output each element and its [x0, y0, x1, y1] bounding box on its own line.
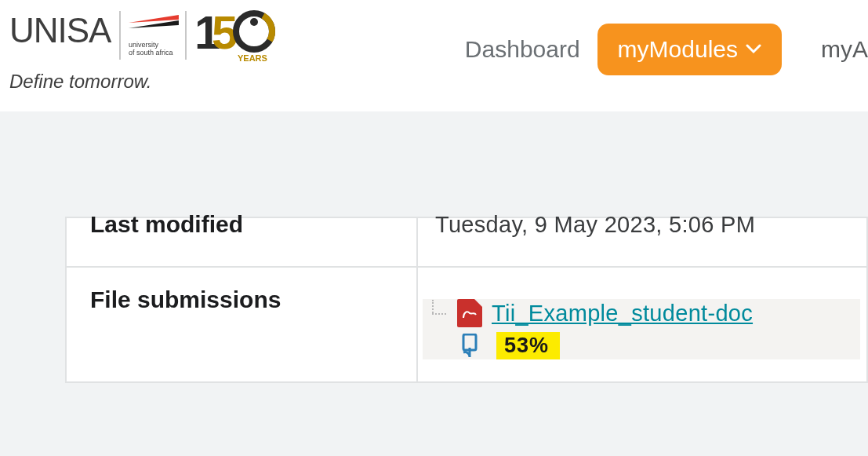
page-body: Last modified Tuesday, 9 May 2023, 5:06 …: [0, 217, 868, 383]
tree-connector-icon: [423, 300, 448, 326]
label-last-modified: Last modified: [90, 211, 243, 237]
similarity-score-badge[interactable]: 53%: [496, 332, 560, 359]
chevron-down-icon: [746, 44, 761, 55]
nav-dashboard[interactable]: Dashboard: [465, 36, 580, 63]
anniversary-logo: 1 5 YEARS: [194, 9, 281, 67]
similarity-row: 53%: [423, 327, 860, 359]
row-file-submissions: File submissions Tii_Example_student-doc: [66, 267, 867, 382]
svg-text:YEARS: YEARS: [238, 53, 267, 63]
nav-right-partial[interactable]: myA: [804, 24, 868, 75]
logo-area: UNISA university of south africa 1 5 YEA…: [9, 11, 339, 93]
row-last-modified: Last modified Tuesday, 9 May 2023, 5:06 …: [66, 217, 867, 267]
swoosh-icon: [129, 13, 179, 35]
pdf-icon: [457, 299, 482, 327]
sublogo-text: university of south africa: [129, 41, 173, 57]
svg-point-4: [250, 18, 258, 26]
site-header: UNISA university of south africa 1 5 YEA…: [0, 0, 868, 111]
value-last-modified: Tuesday, 9 May 2023, 5:06 PM: [435, 212, 755, 237]
university-sublogo: university of south africa: [119, 11, 187, 60]
file-entry: Tii_Example_student-doc: [423, 299, 860, 327]
submission-card: Last modified Tuesday, 9 May 2023, 5:06 …: [65, 217, 868, 383]
main-nav: Dashboard myModules myA: [465, 24, 868, 75]
turnitin-icon: [459, 334, 481, 359]
submission-table: Last modified Tuesday, 9 May 2023, 5:06 …: [65, 217, 868, 383]
nav-mymodules-label: myModules: [618, 36, 738, 63]
tagline: Define tomorrow.: [9, 71, 339, 93]
nav-mymodules-dropdown[interactable]: myModules: [597, 24, 782, 75]
file-link[interactable]: Tii_Example_student-doc: [492, 301, 753, 326]
brand-text: UNISA: [9, 11, 111, 50]
label-file-submissions: File submissions: [90, 286, 281, 312]
